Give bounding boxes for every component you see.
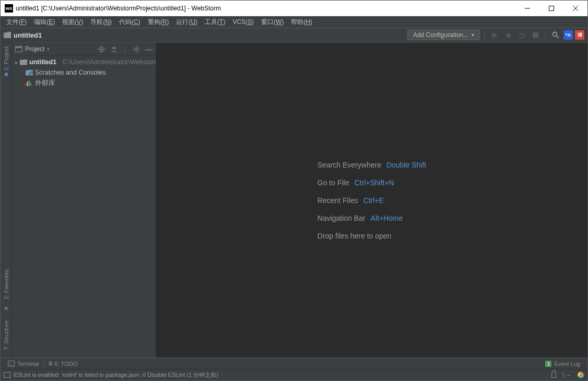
add-configuration-label: Add Configuration... xyxy=(413,31,468,39)
app-icon: WS xyxy=(5,4,13,13)
menubar: 文件(F)编辑(E)视图(V)导航(N)代码(C)重构(R)运行(U)工具(T)… xyxy=(1,16,587,28)
window-title: untitled1 [C:\Users\Administrator\Websto… xyxy=(16,5,515,12)
svg-line-8 xyxy=(510,34,511,35)
debug-icon[interactable] xyxy=(502,29,514,41)
menu-r[interactable]: 重构(R) xyxy=(144,17,173,28)
close-button[interactable] xyxy=(563,1,587,16)
separator xyxy=(545,30,546,40)
chevron-down-icon[interactable]: ▾ xyxy=(47,46,50,52)
svg-point-13 xyxy=(553,32,557,37)
event-log-tab[interactable]: 1 Event Log xyxy=(541,361,584,367)
tree-scratches-row[interactable]: Scratches and Consoles xyxy=(12,67,156,78)
svg-line-32 xyxy=(134,51,135,52)
hint-row: Navigation BarAlt+Home xyxy=(317,214,426,222)
hint-row: Search EverywhereDouble Shift xyxy=(317,161,426,169)
favorites-tool-tab[interactable]: 2: Favorites xyxy=(3,266,9,302)
hint-shortcut: Alt+Home xyxy=(371,214,403,222)
project-panel-title[interactable]: Project xyxy=(25,45,44,53)
svg-line-30 xyxy=(138,51,139,52)
menu-s[interactable]: VCS(S) xyxy=(229,17,257,27)
tree-external-lib-label: 外部库 xyxy=(35,79,55,88)
tree-scratches-label: Scratches and Consoles xyxy=(35,69,106,76)
menu-w[interactable]: 窗口(W) xyxy=(257,17,287,28)
svg-line-31 xyxy=(138,47,139,48)
folder-icon xyxy=(4,32,11,38)
svg-point-5 xyxy=(507,33,510,37)
browser-chrome-icon[interactable] xyxy=(578,372,584,378)
svg-line-10 xyxy=(510,37,511,38)
event-log-label: Event Log xyxy=(554,361,580,367)
minimize-button[interactable] xyxy=(515,1,539,16)
left-tool-gutter: 1: Project 2: Favorites ★ 7: Structure xyxy=(1,42,12,358)
run-icon[interactable] xyxy=(489,29,500,41)
hint-shortcut: Ctrl+E xyxy=(363,196,384,205)
todo-tool-tab[interactable]: ≣ 6: TODO xyxy=(44,360,82,367)
terminal-label: Terminal xyxy=(17,361,39,367)
editor-hints: Search EverywhereDouble ShiftGo to FileC… xyxy=(317,161,426,240)
hint-label: Go to File xyxy=(317,178,349,187)
svg-line-9 xyxy=(505,37,507,38)
tool-window-quick-access-icon[interactable] xyxy=(4,372,10,378)
hint-label: Drop files here to open xyxy=(317,232,392,240)
collapse-all-icon[interactable] xyxy=(110,45,117,53)
separator xyxy=(484,30,485,40)
project-tree[interactable]: ▸ untitled1 C:\Users\Administrator\Webst… xyxy=(12,56,156,358)
svg-line-14 xyxy=(557,36,559,38)
gear-icon[interactable] xyxy=(133,45,140,53)
hint-label: Search Everywhere xyxy=(317,161,381,169)
menu-f[interactable]: 文件(F) xyxy=(3,17,30,28)
chevron-down-icon: ▾ xyxy=(472,32,474,38)
folder-icon xyxy=(20,59,27,65)
menu-t[interactable]: 工具(T) xyxy=(201,17,229,28)
separator xyxy=(125,44,125,54)
locate-icon[interactable] xyxy=(98,45,105,53)
maximize-button[interactable] xyxy=(539,1,563,16)
update-icon[interactable] xyxy=(516,29,527,41)
expander-icon[interactable]: ▸ xyxy=(15,59,18,65)
structure-tool-tab[interactable]: 7: Structure xyxy=(3,317,9,353)
terminal-tool-tab[interactable]: >_ Terminal xyxy=(4,361,43,367)
tree-external-lib-row[interactable]: 外部库 xyxy=(12,78,156,88)
project-tool-tab[interactable]: 1: Project xyxy=(3,43,9,79)
titlebar: WS untitled1 [C:\Users\Administrator\Web… xyxy=(1,1,587,16)
scratches-icon xyxy=(26,70,33,76)
library-icon xyxy=(26,80,33,86)
stop-icon[interactable] xyxy=(530,29,541,41)
hint-label: Recent Files xyxy=(317,196,358,205)
svg-point-24 xyxy=(135,48,137,50)
hint-shortcut: Ctrl+Shift+N xyxy=(354,178,394,187)
main-body: 1: Project 2: Favorites ★ 7: Structure P… xyxy=(1,42,587,358)
tree-root-row[interactable]: ▸ untitled1 C:\Users\Administrator\Webst… xyxy=(12,57,156,67)
hint-row: Drop files here to open xyxy=(317,232,426,240)
bottom-tool-bar: >_ Terminal ≣ 6: TODO 1 Event Log xyxy=(1,358,587,369)
menu-h[interactable]: 帮助(H) xyxy=(287,17,316,28)
translate-icon[interactable]: ᵃA xyxy=(563,30,573,40)
app-window: WS untitled1 [C:\Users\Administrator\Web… xyxy=(0,0,588,381)
svg-line-7 xyxy=(505,34,507,35)
menu-v[interactable]: 视图(V) xyxy=(58,17,87,28)
hint-row: Go to FileCtrl+Shift+N xyxy=(317,178,426,187)
menu-n[interactable]: 导航(N) xyxy=(87,17,115,28)
editor-empty-state[interactable]: Search EverywhereDouble ShiftGo to FileC… xyxy=(156,42,587,358)
translate-alt-icon[interactable]: 译 xyxy=(575,30,584,40)
hint-label: Navigation Bar xyxy=(317,214,366,222)
terminal-icon: >_ xyxy=(8,361,15,366)
svg-line-29 xyxy=(134,47,135,48)
breadcrumb[interactable]: untitled1 xyxy=(14,31,42,39)
lock-icon[interactable] xyxy=(551,373,556,378)
project-view-icon xyxy=(15,46,22,52)
goto-line-icon[interactable]: ⁞→ xyxy=(562,371,571,379)
project-panel: Project ▾ — ▸ untitled1 C:\Users\Adminis… xyxy=(12,42,156,358)
svg-rect-12 xyxy=(533,32,538,38)
menu-c[interactable]: 代码(C) xyxy=(115,17,144,28)
menu-u[interactable]: 运行(U) xyxy=(172,17,201,28)
svg-marker-4 xyxy=(492,32,498,38)
menu-e[interactable]: 编辑(E) xyxy=(30,17,58,28)
search-icon[interactable] xyxy=(550,29,561,41)
svg-point-16 xyxy=(101,49,102,50)
hide-icon[interactable]: — xyxy=(145,45,152,53)
hint-row: Recent FilesCtrl+E xyxy=(317,196,426,205)
add-configuration-button[interactable]: Add Configuration... ▾ xyxy=(407,30,480,40)
notification-badge-icon: 1 xyxy=(545,361,551,367)
tree-root-path: C:\Users\Administrator\WebstormProjects\… xyxy=(63,58,156,66)
